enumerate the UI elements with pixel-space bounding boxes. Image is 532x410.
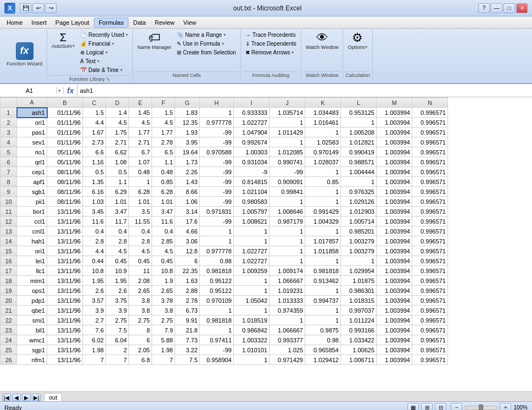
cell-B22[interactable]: 13/11/96 xyxy=(47,315,83,325)
cell-N4[interactable]: 0.996571 xyxy=(412,137,448,147)
cell-H18[interactable]: 0.95122 xyxy=(200,276,234,286)
cell-M21[interactable]: 1.003994 xyxy=(377,306,412,315)
cell-J18[interactable]: 1.066667 xyxy=(270,276,305,286)
cell-G16[interactable]: 6 xyxy=(175,256,200,266)
cell-J11[interactable]: 1.008646 xyxy=(270,207,305,217)
cell-F10[interactable]: 1.01 xyxy=(152,197,175,207)
cell-B25[interactable]: 13/11/96 xyxy=(47,345,83,355)
cell-M16[interactable]: 1.003994 xyxy=(377,256,412,266)
cell-K7[interactable]: 1 xyxy=(305,167,341,177)
cell-J17[interactable]: 1.009174 xyxy=(270,266,305,276)
cell-I8[interactable]: 0.814815 xyxy=(234,177,270,187)
cell-J9[interactable]: 0.99841 xyxy=(270,187,305,197)
cell-K10[interactable]: 1 xyxy=(305,197,341,207)
logical-dropdown-icon[interactable]: ▾ xyxy=(105,50,108,55)
cell-M8[interactable]: 1.003994 xyxy=(377,177,412,187)
cell-M20[interactable]: 1.003994 xyxy=(377,296,412,306)
col-header-N[interactable]: N xyxy=(412,98,448,108)
cell-E8[interactable]: 1 xyxy=(129,177,152,187)
cell-C7[interactable]: 0.5 xyxy=(83,167,106,177)
use-in-formula-button[interactable]: ✎ Use in Formula ▾ xyxy=(175,40,238,48)
cell-M17[interactable]: 1.003994 xyxy=(377,266,412,276)
cell-H22[interactable]: 0.981818 xyxy=(200,315,234,325)
cell-G4[interactable]: 3.95 xyxy=(175,137,200,147)
use-in-formula-dropdown-icon[interactable]: ▾ xyxy=(222,41,224,46)
cell-G1[interactable]: 1.83 xyxy=(175,108,200,118)
options-dropdown-icon[interactable]: ▾ xyxy=(365,45,367,49)
cell-H20[interactable]: 0.970109 xyxy=(200,296,234,306)
cell-L5[interactable]: 0.990419 xyxy=(341,147,377,157)
cell-C11[interactable]: 3.45 xyxy=(83,207,106,217)
minimize-btn[interactable]: — xyxy=(491,3,502,13)
row-header[interactable]: 21 xyxy=(1,306,17,315)
cell-K25[interactable]: 0.965854 xyxy=(305,345,341,355)
cell-G15[interactable]: 12.8 xyxy=(175,246,200,256)
cell-B9[interactable]: 08/11/96 xyxy=(47,187,83,197)
function-wizard-button[interactable]: fx xyxy=(16,42,33,60)
cell-B12[interactable]: 13/11/96 xyxy=(47,217,83,226)
cell-F6[interactable]: 1.1 xyxy=(152,157,175,167)
cell-C8[interactable]: 1.35 xyxy=(83,177,106,187)
cell-H14[interactable]: 1 xyxy=(200,236,234,246)
cell-I18[interactable]: 1 xyxy=(234,276,270,286)
cell-K12[interactable]: 1.004329 xyxy=(305,217,341,226)
cell-H8[interactable]: -99 xyxy=(200,177,234,187)
col-header-D[interactable]: D xyxy=(106,98,129,108)
redo-quick-btn[interactable]: ↪ xyxy=(45,3,57,13)
cell-A21[interactable]: qbe1 xyxy=(17,306,47,315)
cell-C20[interactable]: 3.57 xyxy=(83,296,106,306)
cell-L15[interactable]: 1.003279 xyxy=(341,246,377,256)
row-header[interactable]: 11 xyxy=(1,207,17,217)
cell-M6[interactable]: 1.003994 xyxy=(377,157,412,167)
cell-D25[interactable]: 2 xyxy=(106,345,129,355)
cell-B16[interactable]: 13/11/96 xyxy=(47,256,83,266)
cell-K17[interactable]: 0.981818 xyxy=(305,266,341,276)
trace-precedents-button[interactable]: → Trace Precedents xyxy=(243,31,299,39)
cell-D16[interactable]: 0.45 xyxy=(106,256,129,266)
cell-A9[interactable]: sgb1 xyxy=(17,187,47,197)
cell-N15[interactable]: 0.996571 xyxy=(412,246,448,256)
cell-J10[interactable]: 1 xyxy=(270,197,305,207)
cell-B24[interactable]: 13/11/96 xyxy=(47,335,83,345)
financial-button[interactable]: 💰 Financial ▾ xyxy=(78,40,130,48)
row-header[interactable]: 13 xyxy=(1,226,17,236)
cell-I19[interactable]: 1 xyxy=(234,286,270,296)
cell-N14[interactable]: 0.996571 xyxy=(412,236,448,246)
remove-arrows-button[interactable]: ✖ Remove Arrows ▾ xyxy=(243,48,299,57)
cell-K2[interactable]: 1.016461 xyxy=(305,118,341,128)
cell-C10[interactable]: 1.03 xyxy=(83,197,106,207)
name-a-range-dropdown-icon[interactable]: ▾ xyxy=(223,32,226,37)
cell-J20[interactable]: 1.013333 xyxy=(270,296,305,306)
cell-A16[interactable]: lei1 xyxy=(17,256,47,266)
cell-L6[interactable]: 0.988571 xyxy=(341,157,377,167)
cell-F23[interactable]: 7.9 xyxy=(152,325,175,335)
cell-ref-dropdown-icon[interactable]: ▾ xyxy=(58,88,61,93)
cell-I21[interactable]: 1 xyxy=(234,306,270,315)
cell-F15[interactable]: 4.5 xyxy=(152,246,175,256)
cell-G24[interactable]: 7.73 xyxy=(175,335,200,345)
cell-N12[interactable]: 0.996571 xyxy=(412,217,448,226)
cell-C21[interactable]: 3.9 xyxy=(83,306,106,315)
cell-A11[interactable]: bor1 xyxy=(17,207,47,217)
cell-B2[interactable]: 01/11/96 xyxy=(47,118,83,128)
row-header[interactable]: 14 xyxy=(1,236,17,246)
cell-F13[interactable]: 0.4 xyxy=(152,226,175,236)
cell-F20[interactable]: 3.78 xyxy=(152,296,175,306)
cell-D19[interactable]: 2.6 xyxy=(106,286,129,296)
cell-D10[interactable]: 1.01 xyxy=(106,197,129,207)
cell-D7[interactable]: 0.5 xyxy=(106,167,129,177)
cell-G11[interactable]: 3.14 xyxy=(175,207,200,217)
cell-A17[interactable]: llc1 xyxy=(17,266,47,276)
page-break-btn[interactable]: ⊟ xyxy=(435,403,446,411)
cell-C12[interactable]: 11.6 xyxy=(83,217,106,226)
cell-A10[interactable]: pii1 xyxy=(17,197,47,207)
cell-K26[interactable]: 1.029412 xyxy=(305,355,341,365)
cell-F1[interactable]: 1.5 xyxy=(152,108,175,118)
cell-E19[interactable]: 2.65 xyxy=(129,286,152,296)
row-header[interactable]: 19 xyxy=(1,286,17,296)
cell-N18[interactable]: 0.996571 xyxy=(412,276,448,286)
cell-E22[interactable]: 2.75 xyxy=(129,315,152,325)
cell-H26[interactable]: 0.958904 xyxy=(200,355,234,365)
col-header-G[interactable]: G xyxy=(175,98,200,108)
cell-I26[interactable]: 1 xyxy=(234,355,270,365)
